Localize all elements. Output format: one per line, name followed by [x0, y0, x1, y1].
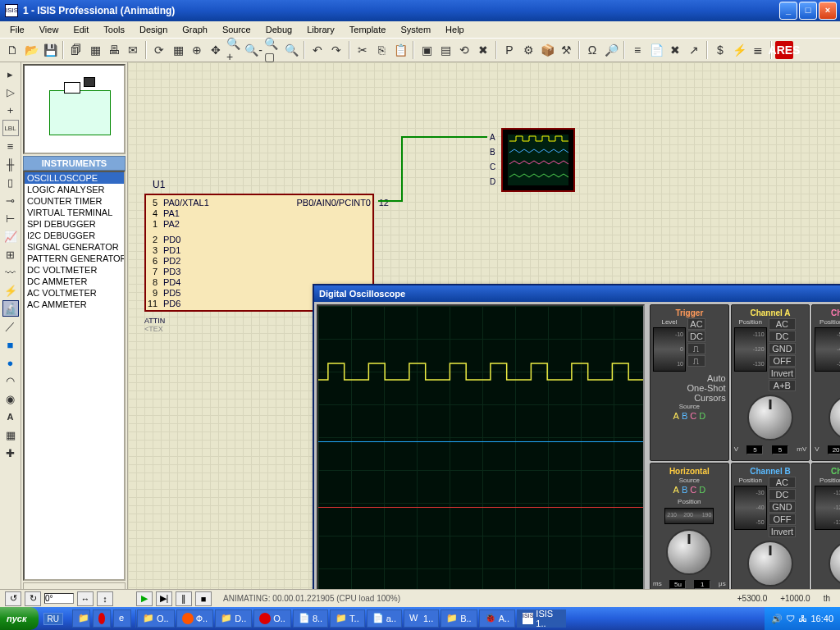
horiz-position-slider[interactable]: 210 200 190: [664, 508, 714, 524]
trigger-dc[interactable]: DC: [687, 331, 705, 342]
mail-icon[interactable]: ✉: [124, 41, 142, 59]
close-button[interactable]: ×: [819, 2, 837, 20]
cha-position-slider[interactable]: -110 -120 -130: [734, 327, 767, 372]
bom-icon[interactable]: $: [711, 41, 729, 59]
subcircuit-tool[interactable]: ▯: [2, 174, 19, 190]
label-tool[interactable]: LBL: [2, 120, 19, 136]
block-move-icon[interactable]: ▤: [436, 41, 454, 59]
list-item[interactable]: I2C DEBUGGER: [25, 230, 124, 241]
horiz-knob[interactable]: [666, 529, 712, 575]
circle-tool[interactable]: ●: [2, 354, 19, 371]
flip-v-button[interactable]: ↕: [97, 591, 113, 606]
flip-h-button[interactable]: ↔: [77, 591, 94, 606]
graph-tool[interactable]: 📈: [2, 228, 19, 244]
grid-icon[interactable]: ▦: [169, 41, 187, 59]
exit-icon[interactable]: ↗: [685, 41, 703, 59]
list-item[interactable]: AC VOLTMETER: [25, 287, 124, 299]
block-copy-icon[interactable]: ▣: [418, 41, 436, 59]
taskbar-app[interactable]: Ф..: [176, 609, 213, 628]
menu-design[interactable]: Design: [133, 23, 174, 36]
delsheet-icon[interactable]: ✖: [666, 41, 684, 59]
trigger-edge[interactable]: ⎍: [687, 343, 705, 354]
probe-v-tool[interactable]: ⚡: [2, 282, 19, 299]
list-item[interactable]: VIRTUAL TERMINAL: [25, 207, 124, 218]
netlist-icon[interactable]: ≣: [749, 41, 767, 59]
taskbar-app[interactable]: 🐞A..: [479, 609, 515, 628]
redo-icon[interactable]: ↷: [327, 41, 345, 59]
ares-button[interactable]: ARES: [775, 41, 793, 59]
package-icon[interactable]: 📦: [538, 41, 556, 59]
oscilloscope-component[interactable]: A B C D: [501, 128, 575, 192]
zoomfit-icon[interactable]: 🔍▢: [263, 41, 281, 59]
taskbar-app[interactable]: W1..: [404, 609, 439, 628]
box-tool[interactable]: ■: [2, 336, 19, 353]
start-button[interactable]: пуск: [0, 607, 39, 630]
zoomarea-icon[interactable]: 🔍: [282, 41, 300, 59]
trigger-edge2[interactable]: ⎍: [687, 355, 705, 367]
tray-network-icon[interactable]: 🖧: [798, 614, 807, 623]
rotate-cw-button[interactable]: ↻: [25, 591, 41, 606]
instrument-tool[interactable]: 🔬: [2, 300, 19, 317]
menu-help[interactable]: Help: [439, 23, 471, 36]
terminal-tool[interactable]: ⊸: [2, 192, 19, 208]
pick-icon[interactable]: P: [500, 41, 518, 59]
maximize-button[interactable]: □: [799, 2, 817, 20]
minimize-button[interactable]: _: [779, 2, 797, 20]
taskbar-app[interactable]: 📁O..: [137, 609, 175, 628]
wire-icon[interactable]: Ω: [583, 41, 601, 59]
chd-position-slider[interactable]: -130 -120 -110: [815, 486, 840, 530]
erc-icon[interactable]: ⚡: [730, 41, 748, 59]
taskbar-app[interactable]: 📄8..: [293, 609, 328, 628]
list-item[interactable]: SPI DEBUGGER: [25, 218, 124, 230]
print-icon[interactable]: 🗐: [67, 41, 85, 59]
paste-icon[interactable]: 📋: [391, 41, 409, 59]
taskbar-app[interactable]: 📄a..: [367, 609, 402, 628]
taskbar-app[interactable]: 📁D..: [215, 609, 252, 628]
tray-shield-icon[interactable]: 🛡: [786, 614, 795, 623]
chb-position-slider[interactable]: -30 -40 -50: [734, 486, 767, 530]
stop-button[interactable]: ■: [195, 591, 212, 606]
list-item[interactable]: OSCILLOSCOPE: [25, 172, 124, 184]
undo-icon[interactable]: ↶: [308, 41, 326, 59]
menu-tools[interactable]: Tools: [97, 23, 131, 36]
menu-template[interactable]: Template: [343, 23, 393, 36]
block-rotate-icon[interactable]: ⟲: [455, 41, 473, 59]
line-tool[interactable]: ／: [2, 318, 19, 335]
new-icon[interactable]: 🗋: [3, 41, 21, 59]
angle-input[interactable]: [44, 593, 74, 604]
list-item[interactable]: COUNTER TIMER: [25, 195, 124, 207]
refresh-icon[interactable]: ⟳: [150, 41, 168, 59]
ql-ie[interactable]: e: [113, 609, 131, 628]
decompose-icon[interactable]: ⚒: [557, 41, 575, 59]
script-tool[interactable]: ≡: [2, 138, 19, 154]
menu-view[interactable]: View: [33, 23, 66, 36]
text-tool[interactable]: A: [2, 409, 19, 425]
ql-opera[interactable]: [93, 609, 111, 628]
trigger-ac[interactable]: AC: [687, 318, 705, 330]
list-item[interactable]: LOGIC ANALYSER: [25, 184, 124, 195]
menu-source[interactable]: Source: [216, 23, 258, 36]
copy-icon[interactable]: ⎘: [372, 41, 390, 59]
osc-titlebar[interactable]: Digital Oscilloscope ×: [314, 285, 840, 302]
menu-system[interactable]: System: [394, 23, 437, 36]
menu-edit[interactable]: Edit: [66, 23, 95, 36]
language-indicator[interactable]: RU: [43, 613, 63, 625]
component-tool[interactable]: ▷: [2, 84, 19, 100]
overview-preview[interactable]: [23, 64, 126, 154]
arc-tool[interactable]: ◠: [2, 372, 19, 389]
area-icon[interactable]: ▦: [86, 41, 104, 59]
taskbar-app[interactable]: ISISISIS 1..: [517, 609, 566, 628]
newsheet-icon[interactable]: 📄: [647, 41, 665, 59]
ql-folder[interactable]: 📁: [72, 609, 90, 628]
cut-icon[interactable]: ✂: [354, 41, 372, 59]
trigger-level-slider[interactable]: -10 0 10: [653, 327, 686, 372]
taskbar-app[interactable]: 📁B..: [441, 609, 477, 628]
taskbar-app[interactable]: O..: [253, 609, 291, 628]
zoomin-icon[interactable]: 🔍+: [226, 41, 244, 59]
junction-tool[interactable]: +: [2, 102, 19, 118]
make-icon[interactable]: ⚙: [519, 41, 537, 59]
path-tool[interactable]: ◉: [2, 390, 19, 407]
play-button[interactable]: ▶: [136, 591, 153, 606]
save-icon[interactable]: 💾: [41, 41, 59, 59]
pin-tool[interactable]: ⊢: [2, 210, 19, 226]
